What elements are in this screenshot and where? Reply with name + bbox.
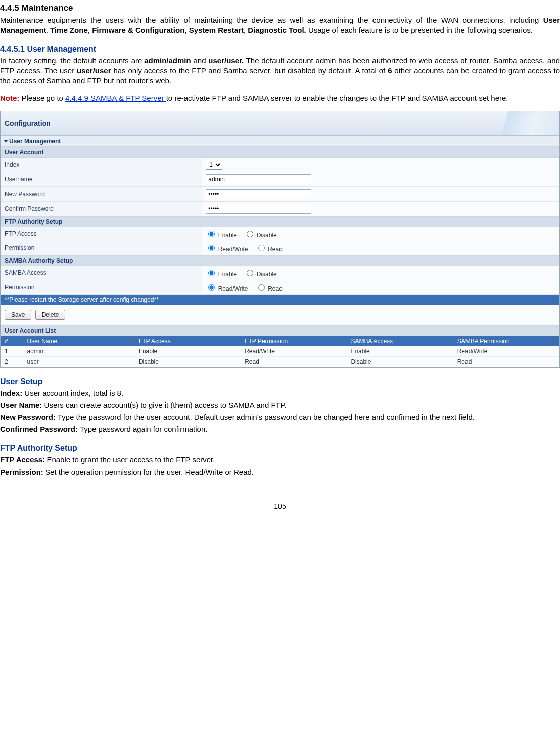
user-management-paragraph: In factory setting, the default accounts… [0,56,560,86]
ftp-r-option[interactable]: Read [256,246,283,253]
section-user-management[interactable]: User Management [1,136,559,147]
cell: Enable [135,346,241,357]
cell: Disable [135,356,241,367]
samba-disable-option[interactable]: Disable [244,271,276,278]
ftp-enable-radio[interactable] [208,231,215,237]
text-bold: admin/admin [144,56,191,65]
cell: user [23,356,134,367]
label-samba-permission: Permission [1,280,202,294]
text: Type the password for the user account. … [56,413,475,421]
samba-r-option[interactable]: Read [256,285,283,292]
text: Maintenance equipments the users with th… [0,16,543,24]
label-ftp-permission: Permission [1,241,202,255]
table-header-row: # User Name FTP Access FTP Permission SA… [1,336,559,346]
label-username: Username [1,172,202,186]
text: , [184,26,189,34]
triangle-icon [4,140,8,143]
cell: Read/Write [241,346,347,357]
cell: Read [453,356,559,367]
samba-auth-form: SAMBA Access Enable Disable Permission R… [1,266,559,295]
save-button[interactable]: Save [5,310,31,320]
note-label: Note: [0,93,19,102]
section-account-list: User Account List [1,325,559,336]
samba-ftp-link[interactable]: 4.4.4.9 SAMBA & FTP Server [65,93,166,102]
config-title: Configuration [5,119,51,127]
text: Enable to grant the user access to the F… [45,455,215,464]
label: Permission: [0,467,43,476]
radio-label: Read/Write [218,246,248,253]
text: has only access to the FTP and Samba ser… [111,66,388,75]
radio-label: Read [268,285,283,292]
label: Confirmed Password: [0,425,78,433]
text: Type password again for confirmation. [78,425,207,433]
text: Set the operation permission for the use… [43,467,254,476]
samba-rw-radio[interactable] [208,284,215,291]
section-user-account: User Account [1,147,559,158]
desc-ftp-access: FTP Access: Enable to grant the user acc… [0,455,560,465]
ftp-disable-radio[interactable] [247,231,253,237]
cell: Read [241,356,347,367]
th-samba-permission: SAMBA Permission [453,336,559,346]
heading-maintenance: 4.4.5 Maintenance [0,3,560,13]
heading-ftp-authority: FTP Authority Setup [0,444,560,453]
ftp-disable-option[interactable]: Disable [244,232,276,239]
text-bold: Firmware & Configuration [92,26,184,34]
desc-username: User Name: Users can create account(s) t… [0,400,560,410]
radio-label: Enable [218,232,237,239]
index-select[interactable]: 1 [206,160,222,170]
text: , [244,26,248,34]
cell: Enable [347,346,453,357]
th-ftp-permission: FTP Permission [241,336,347,346]
configuration-panel: Configuration User Management User Accou… [0,111,560,368]
section-samba-auth: SAMBA Authority Setup [1,255,559,266]
cell: Disable [347,356,453,367]
text-bold: user/user. [208,56,244,65]
text: In factory setting, the default accounts… [0,56,144,65]
text: Users can create account(s) to give it (… [42,401,287,409]
ftp-enable-option[interactable]: Enable [206,232,237,239]
th-num: # [1,336,23,346]
cell: Read/Write [453,346,559,357]
restart-note: **Please restart the Storage server afte… [1,295,559,305]
text: and [191,56,209,65]
label-new-password: New Password [1,186,202,201]
label-samba-access: SAMBA Access [1,266,202,280]
samba-rw-option[interactable]: Read/Write [206,285,248,292]
label-confirm-password: Confirm Password [1,201,202,216]
label: Index: [0,389,22,397]
ftp-rw-radio[interactable] [208,245,215,251]
text: , [88,26,92,34]
delete-button[interactable]: Delete [35,310,66,320]
account-list-table: # User Name FTP Access FTP Permission SA… [1,336,559,367]
text: to re-activate FTP and SAMBA server to e… [166,93,508,102]
label-ftp-access: FTP Access [1,227,202,241]
intro-paragraph: Maintenance equipments the users with th… [0,15,560,36]
text-bold: Diagnostic Tool. [248,26,306,34]
desc-permission: Permission: Set the operation permission… [0,467,560,477]
text: Please go to [19,93,65,102]
ftp-rw-option[interactable]: Read/Write [206,246,248,253]
label-index: Index [1,158,202,172]
samba-r-radio[interactable] [258,284,265,291]
samba-enable-option[interactable]: Enable [206,271,237,278]
radio-label: Disable [257,232,277,239]
samba-disable-radio[interactable] [247,270,253,276]
username-input[interactable] [206,174,311,184]
ftp-auth-form: FTP Access Enable Disable Permission Rea… [1,227,559,255]
new-password-input[interactable] [206,189,311,199]
ftp-r-radio[interactable] [258,245,265,251]
confirm-password-input[interactable] [206,204,311,214]
text-bold: Time Zone [50,26,88,34]
text-bold: System Restart [189,26,244,34]
section-label: User Management [9,138,61,145]
text: Usage of each feature is to be presented… [306,26,533,34]
heading-user-setup: User Setup [0,377,560,386]
text: User account index, total is 8. [22,389,123,397]
samba-enable-radio[interactable] [208,270,215,276]
radio-label: Read/Write [218,285,248,292]
radio-label: Disable [257,271,277,278]
cell: admin [23,346,134,357]
cell: 1 [1,346,23,357]
label: FTP Access: [0,455,45,464]
user-account-form: Index 1 Username New Password Confirm Pa… [1,158,559,216]
